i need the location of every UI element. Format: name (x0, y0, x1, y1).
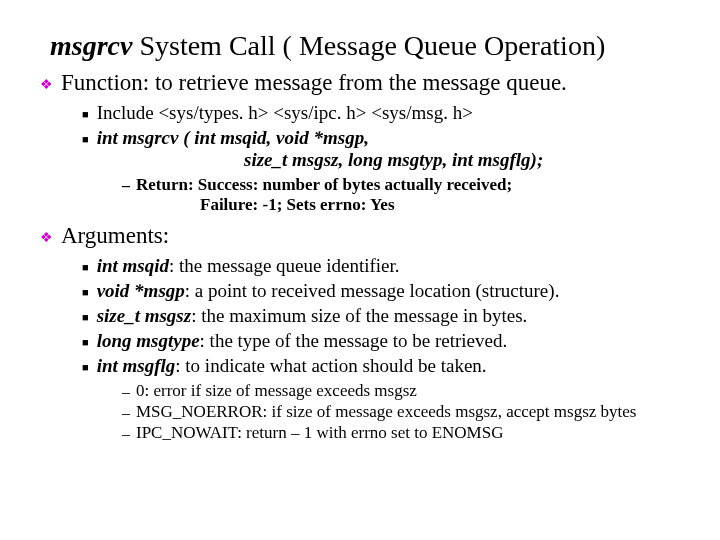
flag-zero: 0: error if size of message exceeds msgs… (136, 381, 417, 401)
arg-msgflg: int msgflg: to indicate what action shou… (97, 355, 487, 377)
arg-msqid: int msqid: the message queue identifier. (97, 255, 400, 277)
square-bullet-icon: ■ (82, 286, 89, 298)
arg-msgtype: long msgtype: the type of the message to… (97, 330, 508, 352)
function-heading: Function: to retrieve message from the m… (61, 70, 567, 96)
title-rest: System Call ( Message Queue Operation) (132, 30, 605, 61)
square-bullet-icon: ■ (82, 361, 89, 373)
signature-line-1: int msgrcv ( int msqid, void *msgp, (97, 127, 369, 149)
arg-msgp: void *msgp: a point to received message … (97, 280, 560, 302)
return-line-1: Return: Success: number of bytes actuall… (136, 175, 512, 195)
return-line-2: Failure: -1; Sets errno: Yes (200, 195, 680, 215)
diamond-bullet-icon: ❖ (40, 76, 53, 93)
include-line: Include <sys/types. h> <sys/ipc. h> <sys… (97, 102, 473, 124)
diamond-bullet-icon: ❖ (40, 229, 53, 246)
dash-bullet-icon: – (122, 404, 130, 422)
signature-line-2: size_t msgsz, long msgtyp, int msgflg); (244, 149, 680, 171)
arguments-heading: Arguments: (61, 223, 169, 249)
square-bullet-icon: ■ (82, 261, 89, 273)
square-bullet-icon: ■ (82, 311, 89, 323)
slide-title: msgrcv System Call ( Message Queue Opera… (50, 30, 680, 62)
dash-bullet-icon: – (122, 177, 130, 195)
dash-bullet-icon: – (122, 425, 130, 443)
flag-noerror: MSG_NOERROR: if size of message exceeds … (136, 402, 636, 422)
square-bullet-icon: ■ (82, 336, 89, 348)
section-arguments: ❖ Arguments: ■int msqid: the message que… (40, 223, 680, 443)
flag-nowait: IPC_NOWAIT: return – 1 with errno set to… (136, 423, 503, 443)
dash-bullet-icon: – (122, 383, 130, 401)
arg-msgsz: size_t msgsz: the maximum size of the me… (97, 305, 528, 327)
section-function: ❖ Function: to retrieve message from the… (40, 70, 680, 215)
title-emphasis: msgrcv (50, 30, 132, 61)
slide: msgrcv System Call ( Message Queue Opera… (0, 0, 720, 467)
square-bullet-icon: ■ (82, 133, 89, 145)
square-bullet-icon: ■ (82, 108, 89, 120)
